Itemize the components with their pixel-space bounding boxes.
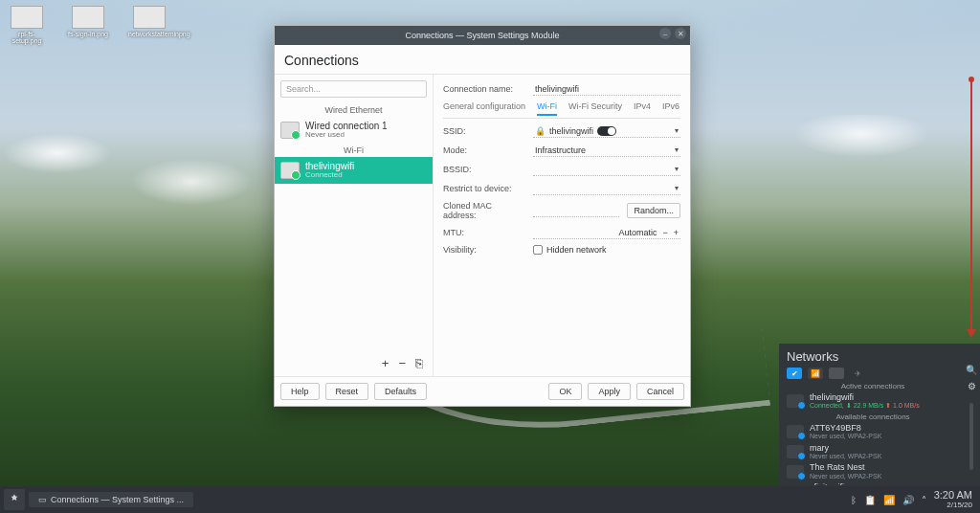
window-title: Connections — System Settings Module bbox=[405, 31, 559, 40]
apply-button[interactable]: Apply bbox=[588, 383, 631, 400]
connection-item-wired[interactable]: Wired connection 1Never used bbox=[275, 117, 433, 144]
networks-popup: Networks ✔ 📶 ✈ Active connections theliv… bbox=[779, 344, 980, 485]
tray-bluetooth-icon[interactable]: ᛒ bbox=[851, 495, 857, 505]
ssid-field[interactable]: 🔒 thelivingwifi ▾ bbox=[533, 124, 680, 138]
tab-ipv6[interactable]: IPv6 bbox=[662, 101, 679, 116]
airplane-toggle[interactable]: ✈ bbox=[850, 368, 865, 379]
desktop-icon[interactable]: rpi-fs-setup.png bbox=[6, 6, 48, 44]
taskbar: ▭ Connections — System Settings ... ᛒ 📋 … bbox=[0, 486, 980, 513]
popup-title: Networks bbox=[787, 349, 959, 364]
group-wired-label: Wired Ethernet bbox=[275, 103, 433, 117]
desktop-icon[interactable]: networkstatteminpng bbox=[128, 6, 170, 44]
tray-clipboard-icon[interactable]: 📋 bbox=[864, 495, 876, 505]
settings-icon: ▭ bbox=[38, 495, 47, 504]
mode-field[interactable]: Infrastructure▾ bbox=[533, 144, 680, 157]
network-item-active[interactable]: thelivingwifi Connected, ⬇ 22.9 MB/s ⬆ 1… bbox=[787, 391, 959, 412]
mtu-field[interactable]: Automatic − + bbox=[533, 226, 680, 239]
reset-button[interactable]: Reset bbox=[325, 383, 369, 400]
popup-search-icon[interactable]: 🔍 bbox=[966, 365, 977, 375]
form-tabs: General configuration Wi-Fi Wi-Fi Securi… bbox=[443, 101, 680, 119]
hidden-network-checkbox[interactable]: Hidden network bbox=[533, 245, 607, 255]
annotation-arrow bbox=[970, 79, 972, 336]
tray-chevron-up-icon[interactable]: ˄ bbox=[922, 495, 926, 505]
settings-window: Connections — System Settings Module – ✕… bbox=[274, 25, 691, 407]
help-button[interactable]: Help bbox=[280, 383, 320, 400]
ethernet-icon bbox=[280, 122, 300, 139]
tab-wifi[interactable]: Wi-Fi bbox=[537, 101, 557, 116]
desktop-icons: rpi-fs-setup.png fs-sign-in.png networks… bbox=[6, 6, 170, 44]
wifi-icon bbox=[280, 162, 300, 179]
connection-list-pane: Search... Wired Ethernet Wired connectio… bbox=[275, 75, 434, 376]
export-connection-button[interactable]: ⎘ bbox=[415, 356, 423, 370]
page-title: Connections bbox=[275, 45, 690, 74]
taskbar-clock[interactable]: 3:20 AM 2/15/20 bbox=[934, 490, 972, 509]
network-item[interactable]: maryNever used, WPA2-PSK bbox=[787, 442, 959, 462]
add-connection-button[interactable]: + bbox=[382, 356, 390, 370]
popup-settings-icon[interactable]: ⚙ bbox=[968, 381, 976, 391]
desktop-icon[interactable]: fs-sign-in.png bbox=[67, 6, 109, 44]
network-item[interactable]: The Rats NestNever used, WPA2-PSK bbox=[787, 461, 959, 481]
network-item[interactable]: ATT6Y49BF8Never used, WPA2-PSK bbox=[787, 422, 959, 442]
cloned-mac-field[interactable] bbox=[533, 204, 619, 217]
window-footer: Help Reset Defaults OK Apply Cancel bbox=[275, 376, 690, 406]
connection-item-wifi-selected[interactable]: thelivingwifiConnected bbox=[275, 157, 433, 184]
connection-form-pane: Connection name: thelivingwifi General c… bbox=[434, 75, 690, 376]
tab-general[interactable]: General configuration bbox=[443, 101, 525, 116]
ok-button[interactable]: OK bbox=[548, 383, 582, 400]
minimize-button[interactable]: – bbox=[659, 28, 671, 39]
tray-volume-icon[interactable]: 🔊 bbox=[902, 495, 914, 505]
active-section-label: Active connections bbox=[787, 381, 959, 391]
tray-network-icon[interactable]: 📶 bbox=[883, 495, 895, 505]
remove-connection-button[interactable]: − bbox=[398, 356, 406, 370]
wifi-toggle[interactable]: 📶 bbox=[808, 368, 823, 379]
popup-scrollbar[interactable] bbox=[969, 403, 973, 470]
conn-name-label: Connection name: bbox=[443, 84, 525, 94]
network-item[interactable]: xfinitywifiNever used bbox=[787, 481, 959, 485]
kde-logo-icon bbox=[8, 493, 21, 506]
start-button[interactable] bbox=[4, 489, 25, 510]
tab-ipv4[interactable]: IPv4 bbox=[634, 101, 651, 116]
bluetooth-toggle[interactable] bbox=[829, 368, 844, 379]
ssid-visibility-toggle[interactable] bbox=[597, 126, 616, 136]
mac-random-button[interactable]: Random... bbox=[627, 203, 680, 218]
mtu-decrement[interactable]: − bbox=[662, 228, 667, 237]
lock-icon: 🔒 bbox=[535, 126, 546, 136]
cancel-button[interactable]: Cancel bbox=[636, 383, 684, 400]
search-input[interactable]: Search... bbox=[280, 80, 427, 98]
wired-toggle[interactable]: ✔ bbox=[787, 368, 802, 379]
tab-wifi-security[interactable]: Wi-Fi Security bbox=[568, 101, 622, 116]
close-button[interactable]: ✕ bbox=[675, 28, 686, 39]
wifi-icon bbox=[787, 394, 804, 408]
window-titlebar[interactable]: Connections — System Settings Module – ✕ bbox=[275, 26, 690, 45]
conn-name-field[interactable]: thelivingwifi bbox=[533, 82, 680, 96]
restrict-device-field[interactable]: ▾ bbox=[533, 182, 680, 195]
defaults-button[interactable]: Defaults bbox=[374, 383, 427, 400]
bssid-field[interactable]: ▾ bbox=[533, 163, 680, 176]
taskbar-app[interactable]: ▭ Connections — System Settings ... bbox=[29, 492, 193, 507]
chevron-down-icon[interactable]: ▾ bbox=[675, 126, 679, 135]
mtu-increment[interactable]: + bbox=[674, 228, 679, 237]
available-section-label: Available connections bbox=[787, 412, 959, 422]
group-wifi-label: Wi-Fi bbox=[275, 144, 433, 157]
